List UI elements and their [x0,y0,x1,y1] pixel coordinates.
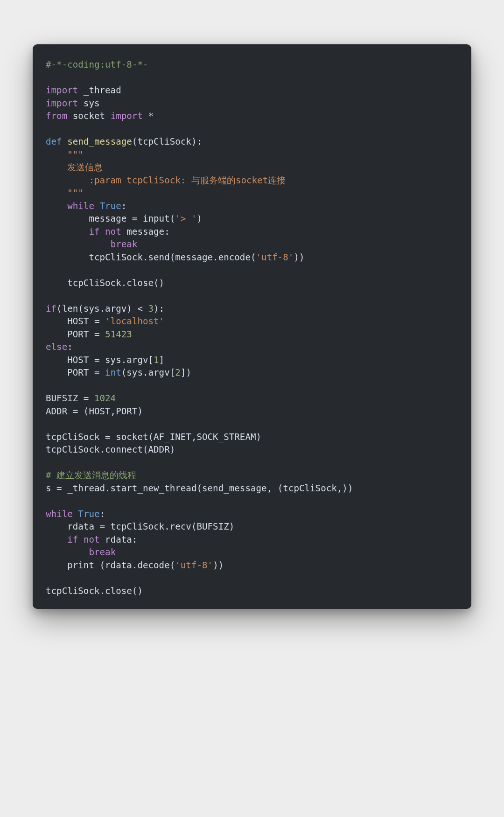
code-text: : [67,342,73,352]
code-text: ADDR = (HOST,PORT) [46,406,143,417]
code-text: (sys.argv[ [121,367,175,378]
function-name: send_message [67,136,132,147]
code-text [46,534,67,545]
code-text: (len(sys.argv) < [56,303,148,314]
code-text: tcpCliSock = socket(AF_INET,SOCK_STREAM) [46,432,261,442]
code-text: tcpCliSock.connect(ADDR) [46,444,175,455]
code-text [78,534,84,545]
code-text [46,239,111,250]
code-text: : [121,201,127,211]
keyword-while: while [46,509,73,519]
code-text [62,136,68,147]
code-text: PORT = [46,329,105,340]
number-literal: 1 [154,355,159,365]
keyword-import: import [46,85,78,96]
code-text: _thread [78,85,121,96]
number-literal: 1024 [94,393,116,404]
builtin-int: int [105,367,121,378]
code-text [46,226,89,237]
docstring: 发送信息 [46,162,103,173]
code-text: PORT = [46,367,105,378]
keyword-not: not [84,534,100,545]
keyword-break: break [111,239,138,250]
code-text: tcpCliSock.close() [46,278,164,288]
keyword-not: not [105,226,121,237]
code-text: tcpCliSock.close() [46,586,143,596]
code-text: socket [67,111,110,121]
code-text: tcpCliSock.send(message.encode( [46,252,256,263]
keyword-def: def [46,136,62,147]
keyword-break: break [89,547,116,558]
code-text: HOST = sys.argv[ [46,355,154,365]
code-text: )) [213,560,224,571]
code-line: #-*-coding:utf-8-*- [46,59,148,70]
keyword-true: True [100,201,121,211]
code-text: sys [78,98,99,109]
string-literal: 'utf-8' [256,252,294,263]
comment: # 建立发送消息的线程 [46,470,136,481]
code-text: ( [132,136,138,147]
python-code-block: #-*-coding:utf-8-*- import _thread impor… [46,58,458,597]
code-text: BUFSIZ = [46,393,94,404]
docstring: """ [46,149,84,160]
code-text: s = _thread.start_new_thread(send_messag… [46,483,353,494]
code-text: HOST = [46,316,105,327]
keyword-import: import [46,98,78,109]
number-literal: 51423 [105,329,132,340]
code-text: tcpCliSock [137,136,191,147]
code-text: ): [154,303,164,314]
keyword-from: from [46,111,67,121]
docstring: :param tcpCliSock: 与服务端的socket连接 [46,175,286,186]
code-text: ]) [181,367,191,378]
string-literal: '> ' [175,213,196,224]
keyword-if: if [67,534,78,545]
number-literal: 3 [148,303,154,314]
keyword-true: True [78,509,99,519]
code-text: * [143,111,154,121]
code-text: ) [196,213,202,224]
keyword-if: if [89,226,99,237]
code-text [73,509,78,519]
code-text: rdata = tcpCliSock.recv(BUFSIZ) [46,521,234,532]
code-text: : [100,509,105,519]
code-text: print (rdata.decode( [46,560,175,571]
keyword-else: else [46,342,67,352]
string-literal: 'localhost' [105,316,164,327]
keyword-import: import [111,111,143,121]
code-text: rdata: [100,534,138,545]
code-text: message: [121,226,170,237]
string-literal: 'utf-8' [175,560,213,571]
code-text [94,201,100,211]
code-card: #-*-coding:utf-8-*- import _thread impor… [33,44,471,609]
code-text: ): [191,136,202,147]
code-text: )) [294,252,304,263]
docstring: """ [46,188,84,198]
keyword-while: while [46,201,94,211]
code-text [46,547,89,558]
code-text: message = input( [46,213,175,224]
number-literal: 2 [175,367,181,378]
code-text [100,226,105,237]
keyword-if: if [46,303,56,314]
code-text: ] [159,355,165,365]
